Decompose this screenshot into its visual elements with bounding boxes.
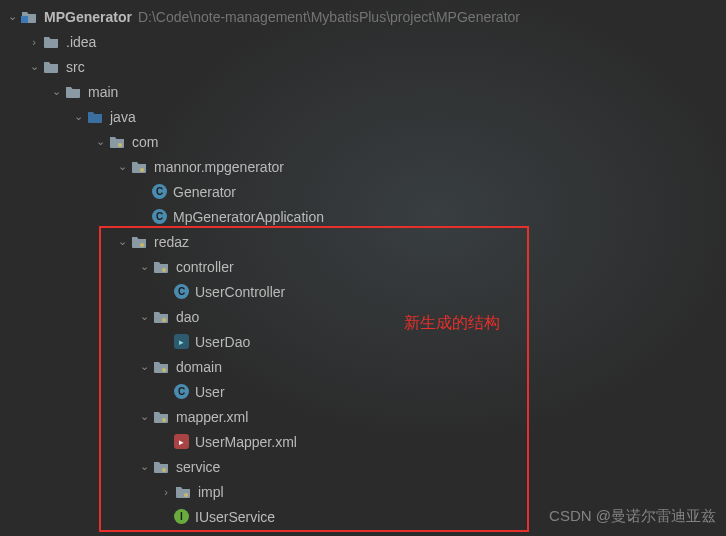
svg-point-1 (118, 143, 122, 147)
chevron-down-icon[interactable]: ⌄ (136, 260, 152, 273)
tree-item-label: UserDao (195, 334, 250, 350)
tree-row[interactable]: ⌄com (0, 129, 726, 154)
module-icon (20, 8, 38, 26)
folder-icon (42, 58, 60, 76)
chevron-down-icon[interactable]: ⌄ (114, 235, 130, 248)
tree-row[interactable]: ⌄MPGeneratorD:\Code\note-management\Myba… (0, 4, 726, 29)
svg-point-3 (140, 243, 144, 247)
tree-row[interactable]: ⌄src (0, 54, 726, 79)
tree-row[interactable]: ·CUserController (0, 279, 726, 304)
watermark: CSDN @曼诺尔雷迪亚兹 (549, 507, 716, 526)
package-icon (108, 133, 126, 151)
chevron-down-icon[interactable]: ⌄ (136, 310, 152, 323)
tree-item-label: controller (176, 259, 234, 275)
chevron-down-icon[interactable]: ⌄ (26, 60, 42, 73)
tree-item-label: .idea (66, 34, 96, 50)
package-icon (152, 358, 170, 376)
annotation-text: 新生成的结构 (404, 313, 500, 334)
svg-point-6 (162, 368, 166, 372)
chevron-down-icon[interactable]: ⌄ (114, 160, 130, 173)
tree-row[interactable]: ⌄java (0, 104, 726, 129)
svg-rect-0 (21, 16, 28, 23)
tree-row[interactable]: ⌄domain (0, 354, 726, 379)
chevron-down-icon[interactable]: ⌄ (136, 410, 152, 423)
tree-row[interactable]: ⌄dao (0, 304, 726, 329)
project-path: D:\Code\note-management\MybatisPlus\proj… (138, 9, 520, 25)
class-icon: C (152, 184, 167, 199)
chevron-down-icon[interactable]: ⌄ (4, 10, 20, 23)
tree-item-label: User (195, 384, 225, 400)
tree-item-label: dao (176, 309, 199, 325)
source-folder-icon (86, 108, 104, 126)
tree-item-label: UserController (195, 284, 285, 300)
tree-item-label: mannor.mpgenerator (154, 159, 284, 175)
tree-row[interactable]: ⌄redaz (0, 229, 726, 254)
xml-file-icon: ▸ (174, 434, 189, 449)
package-icon (130, 158, 148, 176)
svg-point-8 (162, 468, 166, 472)
tree-row[interactable]: ·CGenerator (0, 179, 726, 204)
tree-row[interactable]: ›.idea (0, 29, 726, 54)
project-tree[interactable]: ⌄MPGeneratorD:\Code\note-management\Myba… (0, 0, 726, 529)
tree-item-label: Generator (173, 184, 236, 200)
tree-item-label: domain (176, 359, 222, 375)
tree-row[interactable]: ·CUser (0, 379, 726, 404)
tree-row[interactable]: ·▸UserMapper.xml (0, 429, 726, 454)
tree-item-label: impl (198, 484, 224, 500)
package-icon (130, 233, 148, 251)
interface-icon: I (174, 509, 189, 524)
chevron-right-icon[interactable]: › (26, 36, 42, 48)
tree-item-label: java (110, 109, 136, 125)
tree-item-label: src (66, 59, 85, 75)
dao-file-icon: ▸ (174, 334, 189, 349)
package-icon (152, 408, 170, 426)
tree-row[interactable]: ·CMpGeneratorApplication (0, 204, 726, 229)
tree-item-label: redaz (154, 234, 189, 250)
class-icon: C (152, 209, 167, 224)
tree-row[interactable]: ⌄controller (0, 254, 726, 279)
svg-point-2 (140, 168, 144, 172)
tree-item-label: MPGenerator (44, 9, 132, 25)
tree-item-label: com (132, 134, 158, 150)
package-icon (152, 308, 170, 326)
folder-icon (64, 83, 82, 101)
tree-item-label: IUserService (195, 509, 275, 525)
svg-point-9 (184, 493, 188, 497)
tree-row[interactable]: ·▸UserDao (0, 329, 726, 354)
package-icon (174, 483, 192, 501)
chevron-down-icon[interactable]: ⌄ (136, 360, 152, 373)
chevron-down-icon[interactable]: ⌄ (136, 460, 152, 473)
tree-row[interactable]: ›impl (0, 479, 726, 504)
chevron-down-icon[interactable]: ⌄ (70, 110, 86, 123)
class-icon: C (174, 384, 189, 399)
package-icon (152, 458, 170, 476)
svg-point-5 (162, 318, 166, 322)
chevron-right-icon[interactable]: › (158, 486, 174, 498)
tree-row[interactable]: ⌄mapper.xml (0, 404, 726, 429)
class-icon: C (174, 284, 189, 299)
tree-item-label: UserMapper.xml (195, 434, 297, 450)
chevron-down-icon[interactable]: ⌄ (48, 85, 64, 98)
tree-item-label: MpGeneratorApplication (173, 209, 324, 225)
tree-row[interactable]: ⌄service (0, 454, 726, 479)
folder-icon (42, 33, 60, 51)
tree-item-label: mapper.xml (176, 409, 248, 425)
tree-row[interactable]: ⌄mannor.mpgenerator (0, 154, 726, 179)
tree-row[interactable]: ⌄main (0, 79, 726, 104)
chevron-down-icon[interactable]: ⌄ (92, 135, 108, 148)
tree-item-label: main (88, 84, 118, 100)
package-icon (152, 258, 170, 276)
svg-point-4 (162, 268, 166, 272)
svg-point-7 (162, 418, 166, 422)
tree-item-label: service (176, 459, 220, 475)
